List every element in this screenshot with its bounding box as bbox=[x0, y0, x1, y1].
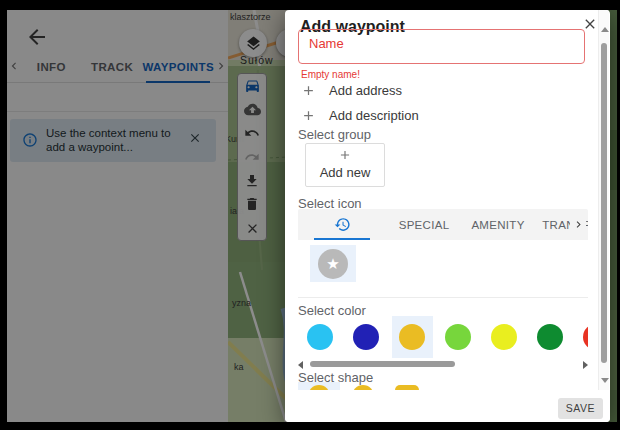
select-group-label: Select group bbox=[298, 127, 371, 142]
color-swatch[interactable] bbox=[353, 324, 379, 350]
color-swatch[interactable] bbox=[537, 324, 563, 350]
plus-icon bbox=[338, 148, 352, 162]
waypoint-icon-star-selected[interactable]: ★ bbox=[310, 245, 356, 282]
color-scrollbar[interactable] bbox=[298, 360, 588, 368]
icon-tab-amenity[interactable]: AMENITY bbox=[462, 209, 534, 240]
add-waypoint-dialog: Add waypoint Name Empty name! Add addres… bbox=[285, 10, 610, 422]
scroll-right-icon[interactable] bbox=[583, 361, 588, 369]
icon-category-tabs: SPECIAL AMENITY TRANSPORT bbox=[298, 209, 588, 240]
add-new-label: Add new bbox=[306, 165, 384, 180]
star-icon: ★ bbox=[318, 249, 348, 279]
icon-grid: ★ bbox=[298, 240, 588, 298]
recent-history-icon bbox=[334, 216, 351, 233]
scroll-down-icon[interactable] bbox=[601, 378, 609, 383]
add-address-button[interactable]: Add address bbox=[301, 80, 501, 100]
icon-tab-special[interactable]: SPECIAL bbox=[386, 209, 462, 240]
add-new-group-button[interactable]: Add new bbox=[305, 143, 385, 187]
icon-tab-recent[interactable] bbox=[298, 209, 386, 240]
name-input-label: Name bbox=[309, 36, 344, 51]
color-picker bbox=[298, 316, 588, 358]
color-swatch[interactable] bbox=[445, 324, 471, 350]
plus-icon bbox=[301, 83, 316, 98]
name-error-text: Empty name! bbox=[301, 69, 360, 80]
app-content: INFO TRACK WAYPOINTS Use the context men… bbox=[7, 10, 617, 422]
color-swatch[interactable] bbox=[583, 324, 588, 350]
scroll-left-icon[interactable] bbox=[298, 361, 303, 369]
scrollbar-thumb[interactable] bbox=[601, 43, 607, 363]
name-input[interactable]: Name bbox=[298, 29, 585, 64]
add-address-label: Add address bbox=[329, 83, 402, 98]
dialog-scrollbar[interactable] bbox=[598, 10, 609, 390]
add-description-label: Add description bbox=[329, 108, 419, 123]
dialog-actions: SAVE bbox=[285, 390, 610, 422]
color-swatch-selected[interactable] bbox=[399, 324, 425, 350]
scroll-up-icon[interactable] bbox=[601, 27, 609, 32]
plus-icon bbox=[301, 108, 316, 123]
color-swatch[interactable] bbox=[307, 324, 333, 350]
icon-tabs-next-icon[interactable] bbox=[570, 209, 586, 240]
add-description-button[interactable]: Add description bbox=[301, 105, 501, 125]
scrollbar-thumb[interactable] bbox=[310, 361, 455, 367]
color-swatch[interactable] bbox=[491, 324, 517, 350]
app-window: INFO TRACK WAYPOINTS Use the context men… bbox=[0, 0, 620, 430]
dialog-close-icon[interactable] bbox=[582, 16, 598, 32]
save-button[interactable]: SAVE bbox=[558, 398, 603, 419]
